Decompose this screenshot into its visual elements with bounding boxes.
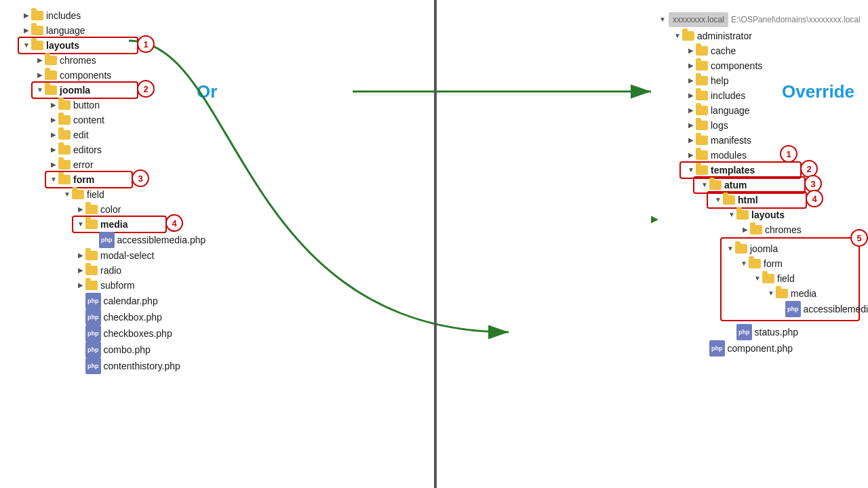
list-item[interactable]: ▶ chromes [8, 53, 209, 68]
list-item[interactable]: ▼ field [8, 187, 209, 202]
folder-icon [696, 136, 708, 145]
list-item[interactable]: ▼ form [726, 256, 854, 271]
folder-icon [31, 41, 43, 50]
list-item[interactable]: ▶ manifests [659, 133, 860, 148]
chevron-icon[interactable]: ▼ [659, 12, 666, 27]
list-item[interactable]: ▶ components [8, 68, 209, 83]
list-item[interactable]: ▶ chromes [659, 222, 860, 237]
list-item[interactable]: ▶ cache [659, 43, 860, 58]
chevron-icon[interactable]: ▶ [686, 58, 696, 73]
chevron-icon[interactable]: ▶ [49, 127, 58, 142]
list-item[interactable]: ▶ editors [8, 142, 209, 157]
list-item[interactable]: ▼ layouts [659, 207, 860, 222]
left-tree: ▶ includes ▶ language ▼ layouts 1 [8, 8, 209, 374]
highlight-box-r5: 5 ▼ joomla ▼ form ▼ field ▼ [720, 237, 860, 321]
chevron-icon[interactable]: ▶ [35, 53, 45, 68]
list-item[interactable]: ▶ includes [659, 88, 860, 103]
chevron-icon[interactable]: ▼ [673, 28, 682, 43]
list-item[interactable]: ▶ php checkbox.php [8, 309, 209, 325]
list-item[interactable]: ▶ help [659, 73, 860, 88]
php-badge: php [85, 325, 101, 342]
folder-icon [762, 274, 774, 283]
chevron-icon[interactable]: ▶ [686, 118, 696, 133]
list-item[interactable]: ▶ language [8, 23, 209, 38]
chevron-icon[interactable]: ▶ [49, 157, 58, 172]
php-badge: php [99, 232, 115, 248]
list-item[interactable]: ▼ form [8, 172, 209, 187]
chevron-icon[interactable]: ▼ [700, 178, 709, 192]
list-item[interactable]: ▶ php accessiblemedia.php [8, 232, 209, 248]
chevron-icon[interactable]: ▶ [49, 113, 58, 127]
chevron-icon[interactable]: ▼ [686, 163, 696, 178]
list-item[interactable]: ▶ content [8, 113, 209, 127]
chevron-icon[interactable]: ▼ [62, 187, 72, 202]
list-item[interactable]: ▶ modal-select [8, 248, 209, 263]
item-label: chromes [60, 53, 96, 68]
list-item[interactable]: ▶ php contenthistory.php [8, 358, 209, 374]
list-item[interactable]: ▶ language [659, 103, 860, 118]
chevron-icon[interactable]: ▶ [76, 278, 85, 293]
list-item[interactable]: ▶ php accessiblemedia.php [726, 301, 854, 317]
list-item[interactable]: ▶ subform [8, 278, 209, 293]
chevron-icon[interactable]: ▼ [22, 38, 31, 53]
chevron-icon[interactable]: ▼ [35, 83, 45, 98]
chevron-icon[interactable]: ▼ [49, 172, 58, 187]
chevron-icon[interactable]: ▶ [686, 43, 696, 58]
folder-icon [45, 85, 57, 95]
chevron-icon[interactable]: ▼ [766, 286, 776, 301]
list-item[interactable]: ▼ joomla [726, 241, 854, 256]
chevron-icon[interactable]: ▶ [76, 248, 85, 263]
list-item[interactable]: ▶ modules [659, 148, 860, 163]
left-panel: Original ▶ includes ▶ language ▼ layouts [0, 0, 217, 488]
chevron-icon[interactable]: ▶ [686, 148, 696, 163]
badge-2: 2 [137, 80, 155, 98]
list-item[interactable]: ▶ includes [8, 8, 209, 23]
item-label: includes [46, 8, 81, 23]
chevron-icon[interactable]: ▶ [686, 133, 696, 148]
chevron-icon[interactable]: ▶ [741, 222, 750, 237]
chevron-icon[interactable]: ▼ [76, 217, 85, 232]
list-item[interactable]: ▶ php calendar.php [8, 293, 209, 309]
list-item[interactable]: ▶ php checkboxes.php [8, 325, 209, 342]
list-item[interactable]: ▶ radio [8, 263, 209, 278]
list-item[interactable]: ▼ layouts [8, 38, 209, 53]
list-item[interactable]: ▶ php status.php [659, 324, 860, 340]
folder-icon [696, 150, 708, 160]
list-item[interactable]: ▶ php combo.php [8, 342, 209, 358]
list-item[interactable]: ▼ html [659, 192, 860, 207]
list-item[interactable]: ▼ templates [659, 163, 860, 178]
list-item[interactable]: ▼ media [726, 286, 854, 301]
chevron-icon[interactable]: ▼ [713, 192, 723, 207]
list-item[interactable]: ▼ joomla [8, 83, 209, 98]
folder-icon [85, 220, 98, 229]
chevron-icon[interactable]: ▶ [22, 23, 31, 38]
chevron-icon[interactable]: ▶ [35, 68, 45, 83]
list-item[interactable]: ▼ administrator [659, 28, 860, 43]
chevron-icon[interactable]: ▶ [49, 142, 58, 157]
chevron-icon[interactable]: ▶ [49, 98, 58, 113]
list-item[interactable]: ▶ button [8, 98, 209, 113]
item-label: media [791, 286, 816, 301]
item-label: joomla [750, 241, 778, 256]
chevron-icon[interactable]: ▶ [76, 202, 85, 217]
chevron-icon[interactable]: ▼ [753, 271, 762, 286]
chevron-icon[interactable]: ▼ [726, 241, 735, 256]
chevron-icon[interactable]: ▶ [686, 103, 696, 118]
list-item[interactable]: ▼ atum [659, 178, 860, 192]
chevron-icon[interactable]: ▶ [686, 88, 696, 103]
list-item[interactable]: ▶ components [659, 58, 860, 73]
list-item[interactable]: ▶ color [8, 202, 209, 217]
folder-icon [45, 70, 57, 80]
chevron-icon[interactable]: ▶ [686, 73, 696, 88]
panel-divider [434, 0, 437, 488]
list-item[interactable]: ▶ edit [8, 127, 209, 142]
list-item[interactable]: ▶ php component.php [659, 340, 860, 357]
chevron-icon[interactable]: ▶ [76, 263, 85, 278]
list-item[interactable]: ▶ logs [659, 118, 860, 133]
list-item[interactable]: ▶ error [8, 157, 209, 172]
chevron-icon[interactable]: ▼ [739, 256, 749, 271]
chevron-icon[interactable]: ▼ [727, 207, 736, 222]
chevron-icon[interactable]: ▶ [22, 8, 31, 23]
list-item[interactable]: ▼ field [726, 271, 854, 286]
folder-icon [750, 225, 762, 235]
